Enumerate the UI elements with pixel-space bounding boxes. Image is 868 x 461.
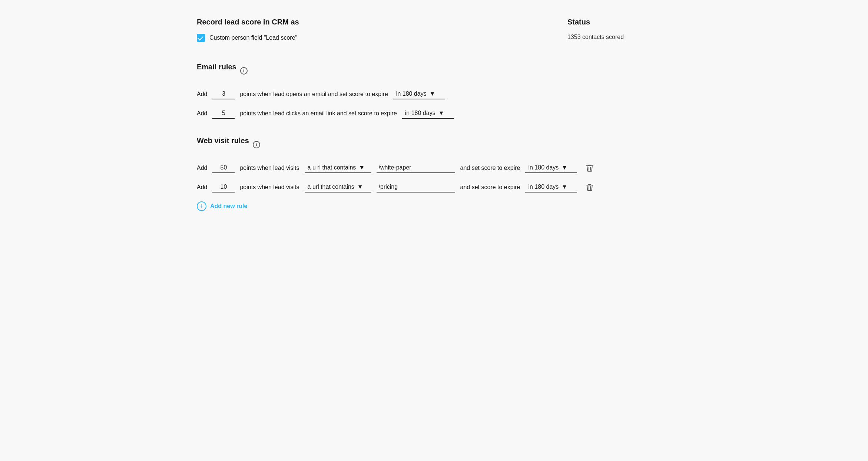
email-rule-2-add-label: Add xyxy=(197,110,207,117)
web-rule-2-expire-dropdown-arrow: ▼ xyxy=(561,184,567,190)
page-container: Record lead score in CRM as Custom perso… xyxy=(175,0,693,247)
web-visit-rules-section: Web visit rules i Add points when lead v… xyxy=(197,136,671,211)
web-visit-rules-title-row: Web visit rules i xyxy=(197,136,671,152)
lead-score-checkbox[interactable] xyxy=(197,34,205,42)
web-rule-1-add-label: Add xyxy=(197,165,207,171)
web-rule-2-url-dropdown-arrow: ▼ xyxy=(357,184,363,190)
web-rule-1-expire-dropdown-arrow: ▼ xyxy=(561,164,567,171)
web-rule-2-expire-label: in 180 days xyxy=(528,184,559,190)
web-rule-1-url-input[interactable] xyxy=(377,163,455,173)
status-section: Status 1353 contacts scored xyxy=(553,18,671,42)
crm-section: Record lead score in CRM as Custom perso… xyxy=(197,18,553,42)
email-rule-2-text: points when lead clicks an email link an… xyxy=(240,110,397,117)
web-rule-2-url-input[interactable] xyxy=(377,182,455,192)
web-rule-1-expire-select[interactable]: in 180 days ▼ xyxy=(525,163,577,173)
web-rule-2-delete-button[interactable] xyxy=(585,183,594,192)
web-rule-1-text: points when lead visits xyxy=(240,165,299,171)
web-rule-2-expire-text: and set score to expire xyxy=(460,184,520,191)
web-rule-2-points-input[interactable] xyxy=(212,182,235,192)
web-rule-row-1: Add points when lead visits a u rl that … xyxy=(197,163,671,173)
email-rules-info-icon[interactable]: i xyxy=(240,67,248,75)
email-rule-2-expire-label: in 180 days xyxy=(405,110,435,116)
email-rule-1-points-input[interactable] xyxy=(212,89,235,99)
email-rule-row-1: Add points when lead opens an email and … xyxy=(197,89,671,99)
web-rule-row-2: Add points when lead visits a url that c… xyxy=(197,182,671,192)
email-rule-1-expire-label: in 180 days xyxy=(396,90,427,97)
email-rules-title-row: Email rules i xyxy=(197,63,671,79)
email-rule-1-dropdown-arrow: ▼ xyxy=(430,90,435,97)
crm-checkbox-label: Custom person field "Lead score" xyxy=(209,34,297,41)
web-rule-1-url-condition-select[interactable]: a u rl that contains ▼ xyxy=(305,163,371,173)
add-new-rule-label: Add new rule xyxy=(210,203,247,210)
crm-checkbox-row: Custom person field "Lead score" xyxy=(197,34,553,42)
web-rule-1-expire-label: in 180 days xyxy=(528,164,559,171)
email-rules-title: Email rules xyxy=(197,63,236,71)
web-rule-1-expire-text: and set score to expire xyxy=(460,165,520,171)
web-visit-rules-info-icon[interactable]: i xyxy=(253,141,260,148)
web-rule-1-url-condition-label: a u rl that contains xyxy=(308,164,356,171)
web-rule-1-delete-button[interactable] xyxy=(585,164,594,172)
email-rule-row-2: Add points when lead clicks an email lin… xyxy=(197,108,671,119)
web-rule-1-points-input[interactable] xyxy=(212,163,235,173)
web-rule-2-expire-select[interactable]: in 180 days ▼ xyxy=(525,182,577,192)
email-rule-1-add-label: Add xyxy=(197,91,207,98)
email-rule-1-text: points when lead opens an email and set … xyxy=(240,91,388,98)
crm-title: Record lead score in CRM as xyxy=(197,18,553,26)
web-rule-2-add-label: Add xyxy=(197,184,207,191)
web-rule-2-text: points when lead visits xyxy=(240,184,299,191)
email-rule-2-expire-select[interactable]: in 180 days ▼ xyxy=(402,108,454,119)
web-rule-2-url-condition-select[interactable]: a url that contains ▼ xyxy=(305,182,371,192)
status-count: 1353 contacts scored xyxy=(567,34,671,40)
email-rule-1-expire-select[interactable]: in 180 days ▼ xyxy=(393,89,445,99)
email-rules-section: Email rules i Add points when lead opens… xyxy=(197,63,671,119)
status-title: Status xyxy=(567,18,671,26)
web-rule-2-url-condition-label: a url that contains xyxy=(308,184,354,190)
email-rule-2-dropdown-arrow: ▼ xyxy=(438,110,444,116)
email-rule-2-points-input[interactable] xyxy=(212,108,235,119)
top-section: Record lead score in CRM as Custom perso… xyxy=(197,18,671,42)
web-visit-rules-title: Web visit rules xyxy=(197,136,249,145)
add-new-rule-button[interactable]: + Add new rule xyxy=(197,201,247,211)
web-rule-1-url-dropdown-arrow: ▼ xyxy=(359,164,365,171)
add-new-rule-icon: + xyxy=(197,201,206,211)
